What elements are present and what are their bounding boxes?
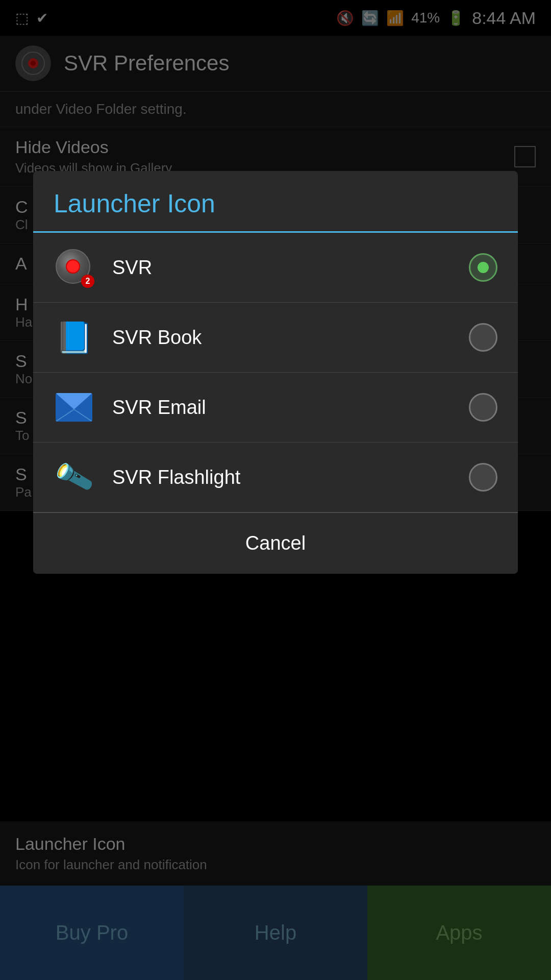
svr-email-radio[interactable] — [469, 393, 497, 422]
svr-app-icon: 2 — [54, 247, 94, 288]
svr-book-option-label: SVR Book — [112, 327, 469, 349]
svr-book-radio[interactable] — [469, 323, 497, 352]
svr-email-option-label: SVR Email — [112, 397, 469, 419]
option-svr-email[interactable]: SVR Email — [33, 373, 518, 443]
flashlight-icon: 🔦 — [53, 456, 96, 498]
svr-option-label: SVR — [112, 257, 469, 279]
dialog-title: Launcher Icon — [33, 171, 518, 233]
book-app-icon: 📘 — [54, 317, 94, 358]
cancel-button[interactable]: Cancel — [33, 512, 518, 574]
book-icon: 📘 — [55, 320, 93, 356]
svr-badge: 2 — [81, 275, 94, 288]
svr-flashlight-radio[interactable] — [469, 463, 497, 492]
option-svr-flashlight[interactable]: 🔦 SVR Flashlight — [33, 443, 518, 512]
svr-radio-dot — [478, 262, 489, 273]
option-svr-book[interactable]: 📘 SVR Book — [33, 303, 518, 373]
svr-flashlight-option-label: SVR Flashlight — [112, 467, 469, 488]
option-svr[interactable]: 2 SVR — [33, 233, 518, 303]
flashlight-app-icon: 🔦 — [54, 457, 94, 498]
launcher-icon-dialog: Launcher Icon 2 SVR 📘 SVR Book — [33, 171, 518, 574]
icon-options-list: 2 SVR 📘 SVR Book — [33, 233, 518, 512]
svr-radio[interactable] — [469, 253, 497, 282]
email-app-icon — [54, 387, 94, 428]
